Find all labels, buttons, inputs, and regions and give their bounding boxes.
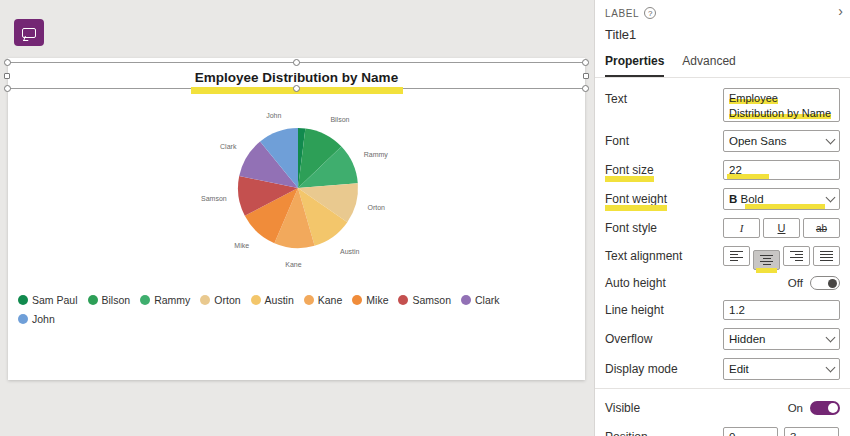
legend-color-dot — [251, 295, 261, 305]
selection-frame[interactable]: Employee Distribution by Name — [8, 62, 585, 89]
help-icon[interactable]: ? — [644, 7, 656, 19]
align-center-icon — [760, 255, 773, 266]
pie-slice-label: Bilson — [330, 116, 349, 123]
yellow-highlight — [745, 204, 825, 209]
resize-handle[interactable] — [583, 73, 589, 79]
legend-label: Mike — [366, 294, 388, 306]
bold-icon: B — [729, 193, 737, 205]
title-label[interactable]: Employee Distribution by Name — [8, 70, 585, 85]
panel-tabs: Properties Advanced — [595, 42, 850, 78]
font-dropdown[interactable]: Open Sans — [723, 130, 840, 152]
pie-slice-label: Austin — [340, 248, 360, 255]
legend-label: Sam Paul — [32, 294, 78, 306]
properties-panel: › LABEL ? Title1 Properties Advanced Tex… — [594, 0, 850, 436]
resize-handle[interactable] — [293, 59, 300, 66]
resize-handle[interactable] — [4, 59, 11, 66]
pie-slice-label: Rammy — [364, 151, 389, 159]
legend-item: Orton — [200, 294, 240, 306]
toggle-knob — [828, 279, 837, 288]
align-right-icon — [790, 251, 803, 262]
display-mode-dropdown[interactable]: Edit — [723, 358, 840, 380]
legend-item: Kane — [304, 294, 343, 306]
text-field-label: Text — [605, 88, 627, 106]
field-row-font-style: Font style I U ab — [605, 218, 840, 238]
visible-field-label: Visible — [605, 401, 640, 415]
chart-legend: Sam PaulBilsonRammyOrtonAustinKaneMikeSa… — [18, 294, 542, 325]
visible-state-label: On — [788, 402, 803, 414]
field-row-font: Font Open Sans — [605, 130, 840, 152]
align-center-button[interactable] — [753, 250, 780, 270]
overflow-field-label: Overflow — [605, 332, 652, 346]
strikethrough-button[interactable]: ab — [803, 218, 840, 238]
text-input[interactable]: Employee Distribution by Name — [723, 88, 840, 122]
yellow-highlight — [727, 174, 769, 179]
field-row-text-alignment: Text alignment — [605, 246, 840, 266]
field-row-text: Text Employee Distribution by Name — [605, 88, 840, 122]
field-row-auto-height: Auto height Off — [605, 274, 840, 292]
legend-color-dot — [18, 295, 28, 305]
pie-slice-label: Kane — [285, 261, 301, 268]
font-style-field-label: Font style — [605, 221, 657, 235]
pie-chart[interactable]: BilsonRammyOrtonAustinKaneMikeSamsonClar… — [148, 105, 448, 284]
legend-label: Bilson — [102, 294, 131, 306]
chevron-down-icon — [826, 333, 836, 343]
legend-item: Sam Paul — [18, 294, 78, 306]
legend-item: Mike — [352, 294, 388, 306]
divider — [595, 388, 850, 389]
pie-slice-label: John — [266, 112, 281, 119]
legend-color-dot — [352, 295, 362, 305]
align-left-button[interactable] — [723, 246, 750, 266]
field-row-position: Position 0 3 X Y — [605, 427, 840, 436]
resize-handle[interactable] — [4, 85, 11, 92]
legend-label: Rammy — [154, 294, 190, 306]
comment-icon — [22, 28, 36, 38]
tab-advanced[interactable]: Advanced — [682, 54, 735, 77]
position-field-label: Position — [605, 427, 648, 436]
legend-color-dot — [398, 295, 408, 305]
position-y-input[interactable]: 3 — [784, 427, 839, 436]
visible-toggle[interactable] — [810, 401, 840, 415]
resize-handle[interactable] — [293, 85, 300, 92]
legend-item: Clark — [461, 294, 500, 306]
resize-handle[interactable] — [4, 73, 10, 79]
font-size-field-label: Font size — [605, 163, 654, 177]
line-height-field-label: Line height — [605, 303, 664, 317]
italic-button[interactable]: I — [723, 218, 760, 238]
chevron-down-icon — [826, 363, 836, 373]
text-alignment-field-label: Text alignment — [605, 249, 682, 263]
tab-properties[interactable]: Properties — [605, 54, 664, 77]
app-canvas[interactable]: Employee Distribution by Name BilsonRamm… — [8, 58, 585, 380]
field-row-overflow: Overflow Hidden — [605, 328, 840, 350]
legend-item: Austin — [251, 294, 294, 306]
line-height-input[interactable]: 1.2 — [723, 300, 840, 320]
legend-label: Austin — [265, 294, 294, 306]
overflow-dropdown[interactable]: Hidden — [723, 328, 840, 350]
align-right-button[interactable] — [783, 246, 810, 266]
field-row-display-mode: Display mode Edit — [605, 358, 840, 380]
toggle-knob — [828, 403, 838, 413]
field-row-line-height: Line height 1.2 — [605, 300, 840, 320]
font-weight-field-label: Font weight — [605, 192, 667, 206]
chevron-down-icon — [826, 193, 836, 203]
legend-label: Kane — [318, 294, 343, 306]
control-name: Title1 — [595, 19, 850, 42]
field-row-font-size: Font size 22 — [605, 160, 840, 180]
resize-handle[interactable] — [582, 85, 589, 92]
pie-slice-label: Clark — [220, 143, 237, 150]
collapse-panel-icon[interactable]: › — [838, 3, 843, 19]
pie-chart-svg: BilsonRammyOrtonAustinKaneMikeSamsonClar… — [148, 105, 448, 280]
position-x-input[interactable]: 0 — [723, 427, 778, 436]
align-justify-button[interactable] — [813, 246, 840, 266]
comment-button[interactable] — [14, 19, 44, 46]
pie-slice-label: Samson — [201, 195, 227, 202]
auto-height-toggle[interactable] — [810, 276, 840, 290]
legend-label: Samson — [412, 294, 451, 306]
auto-height-field-label: Auto height — [605, 276, 666, 290]
canvas-stage: Employee Distribution by Name BilsonRamm… — [0, 0, 594, 436]
legend-color-dot — [140, 295, 150, 305]
underline-button[interactable]: U — [763, 218, 800, 238]
legend-label: Orton — [214, 294, 240, 306]
resize-handle[interactable] — [582, 59, 589, 66]
legend-item: Bilson — [88, 294, 131, 306]
align-justify-icon — [820, 251, 833, 262]
